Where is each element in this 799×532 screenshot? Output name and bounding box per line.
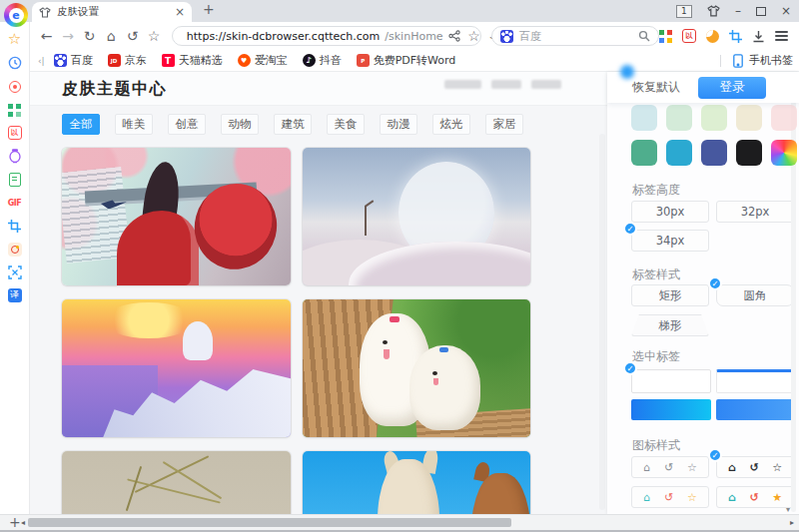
- selected-tab-style-topline[interactable]: [716, 369, 794, 393]
- bookmark-pdf2word[interactable]: P免费PDF转Word: [357, 53, 456, 68]
- swatch[interactable]: [666, 105, 692, 131]
- bookmark-jd[interactable]: JD京东: [108, 53, 147, 68]
- translate-icon[interactable]: 译: [8, 288, 22, 302]
- bookmark-douyin[interactable]: ♪抖音: [303, 53, 342, 68]
- browser-logo[interactable]: e: [4, 3, 28, 27]
- horizontal-scrollbar: + ◂ ▸: [0, 514, 799, 530]
- new-tab-button[interactable]: +: [203, 1, 215, 17]
- address-bar[interactable]: https://skin-dcbrowser.cqttech.com/skinH…: [172, 26, 481, 46]
- bookmark-baidu[interactable]: 百度: [54, 53, 93, 68]
- panel-scroll-down-icon[interactable]: ▾: [786, 505, 790, 514]
- skin-theme-icon[interactable]: [707, 5, 720, 17]
- bookmark-page-icon[interactable]: ☆: [467, 29, 481, 43]
- theme-card-puppies[interactable]: [303, 299, 530, 437]
- forward-button[interactable]: →: [57, 29, 78, 43]
- icon-style-color-thin[interactable]: ⌂ ↺ ☆: [631, 486, 709, 508]
- tab-aesthetic[interactable]: 唯美: [115, 114, 153, 135]
- swatch-rainbow[interactable]: [771, 140, 797, 166]
- collapse-bookmarks-icon[interactable]: ‹|: [38, 56, 45, 66]
- tab-title: 皮肤设置: [57, 5, 169, 19]
- option-trapezoid[interactable]: 梯形: [631, 314, 709, 336]
- main-scrollbar[interactable]: [599, 134, 605, 510]
- icon-style-bold[interactable]: ⌂ ↺ ☆: [716, 456, 794, 478]
- scrollbar-thumb[interactable]: [28, 518, 511, 527]
- swatch[interactable]: [736, 105, 762, 131]
- swatch-black[interactable]: [736, 140, 762, 166]
- bookmark-tmall[interactable]: T天猫精选: [162, 53, 223, 68]
- swatch[interactable]: [631, 105, 657, 131]
- tab-creative[interactable]: 创意: [168, 114, 206, 135]
- record-icon[interactable]: [7, 79, 22, 94]
- tab-glow[interactable]: 炫光: [432, 114, 470, 135]
- tab-home[interactable]: 家居: [485, 114, 523, 135]
- panel-header: 恢复默认 登录: [607, 72, 799, 103]
- titlebar: 皮肤设置 × + 1 – ×: [0, 0, 799, 22]
- weibo-icon[interactable]: [8, 243, 22, 257]
- maximize-button[interactable]: [756, 7, 766, 16]
- tab-food[interactable]: 美食: [327, 114, 365, 135]
- browser-tab[interactable]: 皮肤设置 ×: [32, 2, 192, 22]
- option-rectangle[interactable]: 矩形: [631, 284, 709, 306]
- icon-style-thin[interactable]: ⌂ ↺ ☆: [631, 456, 709, 478]
- tab-anime[interactable]: 动漫: [380, 114, 417, 135]
- skin-shirt-icon: [39, 7, 51, 18]
- phone-bookmarks[interactable]: 手机书签: [720, 53, 799, 68]
- favorites-icon[interactable]: ☆: [7, 32, 22, 47]
- theme-card-alpacas[interactable]: [303, 451, 530, 514]
- reload-button[interactable]: ↻: [79, 29, 100, 43]
- selected-tab-style-blue[interactable]: [716, 399, 794, 420]
- download-icon[interactable]: [752, 30, 765, 43]
- scroll-left-arrow[interactable]: ◂: [21, 518, 25, 527]
- option-32px[interactable]: 32px: [716, 201, 794, 223]
- sidebar-add-button[interactable]: +: [9, 514, 21, 530]
- minimize-button[interactable]: –: [735, 5, 741, 17]
- tab-animal[interactable]: 动物: [221, 114, 259, 135]
- search-icon[interactable]: [638, 30, 650, 42]
- login-button[interactable]: 登录: [698, 77, 766, 99]
- notes-icon[interactable]: [7, 172, 22, 187]
- tab-architecture[interactable]: 建筑: [274, 114, 312, 135]
- history-clock-icon[interactable]: [7, 56, 22, 71]
- pdf-tool-icon[interactable]: 以: [682, 29, 696, 43]
- icon-style-color-bold[interactable]: ⌂ ↺ ★: [716, 486, 794, 508]
- selected-tab-style-white[interactable]: [631, 369, 711, 393]
- favorites-button[interactable]: ☆: [143, 29, 164, 43]
- back-button[interactable]: ←: [36, 29, 57, 43]
- window-count-badge[interactable]: 1: [676, 5, 692, 18]
- search-box[interactable]: 百度: [491, 26, 659, 46]
- crop-tool-icon[interactable]: [7, 219, 22, 234]
- gif-tool-icon[interactable]: GIF: [7, 196, 22, 211]
- lantern-icon[interactable]: [7, 149, 22, 164]
- tab-close-icon[interactable]: ×: [175, 5, 185, 19]
- theme-card-santorini[interactable]: [62, 299, 291, 437]
- swatch-green[interactable]: [631, 140, 657, 166]
- restore-default-button[interactable]: 恢复默认: [632, 79, 680, 96]
- screenshot-icon[interactable]: [729, 30, 742, 43]
- apps-icon[interactable]: [7, 103, 22, 118]
- apps-grid-icon[interactable]: [659, 30, 672, 43]
- swatch-cyan[interactable]: [666, 140, 692, 166]
- night-mode-icon[interactable]: [706, 30, 719, 43]
- pdf-reader-icon[interactable]: 以: [8, 126, 22, 140]
- home-button[interactable]: ⌂: [100, 29, 121, 43]
- swatch[interactable]: [771, 105, 797, 131]
- theme-card-vase[interactable]: [62, 451, 291, 514]
- theme-card-desert-moon[interactable]: [303, 148, 530, 285]
- swatch[interactable]: [701, 105, 727, 131]
- tab-all[interactable]: 全部: [62, 114, 100, 135]
- selected-tab-style-gradient[interactable]: [631, 399, 711, 420]
- share-icon[interactable]: [448, 30, 460, 42]
- baidu-icon: [500, 30, 513, 43]
- restore-tab-button[interactable]: ↺: [122, 29, 143, 43]
- bookmark-aitaobao[interactable]: ♥爱淘宝: [238, 53, 288, 68]
- option-30px[interactable]: 30px: [631, 201, 709, 223]
- taobao-icon: ♥: [238, 54, 251, 67]
- option-34px[interactable]: 34px: [631, 230, 709, 252]
- menu-icon[interactable]: [775, 31, 788, 41]
- option-rounded[interactable]: 圆角: [716, 284, 794, 306]
- scroll-right-arrow[interactable]: ▸: [790, 518, 794, 527]
- swatch-indigo[interactable]: [701, 140, 727, 166]
- close-window-button[interactable]: ×: [781, 5, 791, 17]
- scan-icon[interactable]: [7, 265, 22, 279]
- theme-card-kimono-girl[interactable]: [62, 148, 291, 285]
